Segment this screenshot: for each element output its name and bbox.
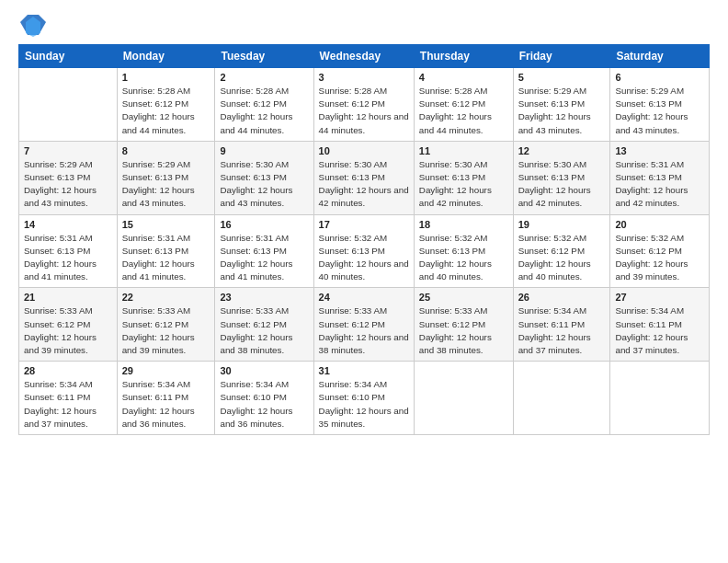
day-info: Sunrise: 5:33 AMSunset: 6:12 PMDaylight:… (419, 304, 508, 357)
day-number: 19 (518, 219, 606, 230)
day-number: 25 (419, 292, 508, 303)
day-number: 21 (24, 292, 112, 303)
day-number: 1 (122, 72, 210, 83)
calendar-cell: 5Sunrise: 5:29 AMSunset: 6:13 PMDaylight… (513, 68, 610, 142)
calendar-cell: 13Sunrise: 5:31 AMSunset: 6:13 PMDayligh… (610, 141, 710, 214)
day-info: Sunrise: 5:28 AMSunset: 6:12 PMDaylight:… (419, 85, 508, 137)
day-number: 15 (122, 219, 210, 230)
day-number: 11 (419, 145, 508, 156)
day-number: 24 (319, 292, 409, 303)
calendar-cell: 19Sunrise: 5:32 AMSunset: 6:12 PMDayligh… (513, 214, 610, 288)
weekday-friday: Friday (513, 45, 610, 68)
day-info: Sunrise: 5:33 AMSunset: 6:12 PMDaylight:… (319, 304, 409, 357)
weekday-tuesday: Tuesday (215, 45, 313, 68)
calendar-cell: 12Sunrise: 5:30 AMSunset: 6:13 PMDayligh… (513, 141, 610, 214)
day-info: Sunrise: 5:28 AMSunset: 6:12 PMDaylight:… (122, 85, 210, 137)
header (18, 17, 710, 39)
day-number: 22 (122, 292, 210, 303)
calendar-cell: 17Sunrise: 5:32 AMSunset: 6:13 PMDayligh… (313, 214, 414, 288)
day-info: Sunrise: 5:31 AMSunset: 6:13 PMDaylight:… (615, 158, 704, 211)
day-info: Sunrise: 5:32 AMSunset: 6:12 PMDaylight:… (518, 232, 606, 284)
day-number: 29 (122, 365, 210, 376)
calendar-cell: 25Sunrise: 5:33 AMSunset: 6:12 PMDayligh… (414, 288, 513, 362)
day-info: Sunrise: 5:29 AMSunset: 6:13 PMDaylight:… (518, 85, 606, 137)
day-number: 5 (518, 72, 606, 83)
calendar-cell: 4Sunrise: 5:28 AMSunset: 6:12 PMDaylight… (414, 68, 513, 142)
weekday-saturday: Saturday (610, 45, 710, 68)
day-info: Sunrise: 5:30 AMSunset: 6:13 PMDaylight:… (220, 158, 308, 211)
day-number: 6 (615, 72, 704, 83)
day-info: Sunrise: 5:31 AMSunset: 6:13 PMDaylight:… (220, 232, 308, 284)
day-number: 17 (319, 219, 409, 230)
day-number: 16 (220, 219, 308, 230)
day-number: 14 (24, 219, 112, 230)
calendar-table: SundayMondayTuesdayWednesdayThursdayFrid… (18, 44, 710, 435)
calendar-cell (414, 362, 513, 435)
day-number: 26 (518, 292, 606, 303)
day-info: Sunrise: 5:33 AMSunset: 6:12 PMDaylight:… (220, 304, 308, 357)
day-number: 30 (220, 365, 308, 376)
day-info: Sunrise: 5:32 AMSunset: 6:13 PMDaylight:… (319, 232, 409, 284)
week-row-3: 14Sunrise: 5:31 AMSunset: 6:13 PMDayligh… (19, 214, 710, 288)
day-info: Sunrise: 5:29 AMSunset: 6:13 PMDaylight:… (24, 158, 112, 211)
calendar-cell: 9Sunrise: 5:30 AMSunset: 6:13 PMDaylight… (215, 141, 313, 214)
day-number: 7 (24, 145, 112, 156)
calendar-cell: 11Sunrise: 5:30 AMSunset: 6:13 PMDayligh… (414, 141, 513, 214)
logo (18, 17, 46, 39)
calendar-cell: 6Sunrise: 5:29 AMSunset: 6:13 PMDaylight… (610, 68, 710, 142)
day-info: Sunrise: 5:29 AMSunset: 6:13 PMDaylight:… (122, 158, 210, 211)
day-info: Sunrise: 5:33 AMSunset: 6:12 PMDaylight:… (24, 304, 112, 357)
day-number: 18 (419, 219, 508, 230)
day-number: 4 (419, 72, 508, 83)
calendar-cell: 14Sunrise: 5:31 AMSunset: 6:13 PMDayligh… (19, 214, 118, 288)
day-number: 13 (615, 145, 704, 156)
day-number: 8 (122, 145, 210, 156)
day-info: Sunrise: 5:34 AMSunset: 6:10 PMDaylight:… (220, 378, 308, 431)
week-row-4: 21Sunrise: 5:33 AMSunset: 6:12 PMDayligh… (19, 288, 710, 362)
day-info: Sunrise: 5:28 AMSunset: 6:12 PMDaylight:… (220, 85, 308, 137)
day-info: Sunrise: 5:34 AMSunset: 6:11 PMDaylight:… (615, 304, 704, 357)
day-info: Sunrise: 5:33 AMSunset: 6:12 PMDaylight:… (122, 304, 210, 357)
week-row-2: 7Sunrise: 5:29 AMSunset: 6:13 PMDaylight… (19, 141, 710, 214)
calendar-cell: 16Sunrise: 5:31 AMSunset: 6:13 PMDayligh… (215, 214, 313, 288)
day-info: Sunrise: 5:34 AMSunset: 6:11 PMDaylight:… (518, 304, 606, 357)
day-info: Sunrise: 5:30 AMSunset: 6:13 PMDaylight:… (319, 158, 409, 211)
day-number: 3 (319, 72, 409, 83)
day-number: 2 (220, 72, 308, 83)
day-info: Sunrise: 5:29 AMSunset: 6:13 PMDaylight:… (615, 85, 704, 137)
day-info: Sunrise: 5:30 AMSunset: 6:13 PMDaylight:… (518, 158, 606, 211)
calendar-cell: 7Sunrise: 5:29 AMSunset: 6:13 PMDaylight… (19, 141, 118, 214)
calendar-cell: 21Sunrise: 5:33 AMSunset: 6:12 PMDayligh… (19, 288, 118, 362)
calendar-cell: 30Sunrise: 5:34 AMSunset: 6:10 PMDayligh… (215, 362, 313, 435)
week-row-1: 1Sunrise: 5:28 AMSunset: 6:12 PMDaylight… (19, 68, 710, 142)
day-number: 23 (220, 292, 308, 303)
day-number: 20 (615, 219, 704, 230)
week-row-5: 28Sunrise: 5:34 AMSunset: 6:11 PMDayligh… (19, 362, 710, 435)
calendar-cell: 23Sunrise: 5:33 AMSunset: 6:12 PMDayligh… (215, 288, 313, 362)
weekday-header-row: SundayMondayTuesdayWednesdayThursdayFrid… (19, 45, 710, 68)
calendar-cell: 22Sunrise: 5:33 AMSunset: 6:12 PMDayligh… (117, 288, 215, 362)
calendar-page: SundayMondayTuesdayWednesdayThursdayFrid… (0, 0, 728, 563)
calendar-cell: 15Sunrise: 5:31 AMSunset: 6:13 PMDayligh… (117, 214, 215, 288)
day-number: 28 (24, 365, 112, 376)
weekday-monday: Monday (117, 45, 215, 68)
weekday-wednesday: Wednesday (313, 45, 414, 68)
calendar-cell: 18Sunrise: 5:32 AMSunset: 6:13 PMDayligh… (414, 214, 513, 288)
day-number: 12 (518, 145, 606, 156)
calendar-cell: 10Sunrise: 5:30 AMSunset: 6:13 PMDayligh… (313, 141, 414, 214)
calendar-cell: 24Sunrise: 5:33 AMSunset: 6:12 PMDayligh… (313, 288, 414, 362)
calendar-cell: 31Sunrise: 5:34 AMSunset: 6:10 PMDayligh… (313, 362, 414, 435)
calendar-cell: 2Sunrise: 5:28 AMSunset: 6:12 PMDaylight… (215, 68, 313, 142)
day-number: 10 (319, 145, 409, 156)
day-info: Sunrise: 5:31 AMSunset: 6:13 PMDaylight:… (122, 232, 210, 284)
weekday-thursday: Thursday (414, 45, 513, 68)
day-number: 27 (615, 292, 704, 303)
day-info: Sunrise: 5:34 AMSunset: 6:11 PMDaylight:… (24, 378, 112, 431)
calendar-cell: 1Sunrise: 5:28 AMSunset: 6:12 PMDaylight… (117, 68, 215, 142)
calendar-cell (19, 68, 118, 142)
weekday-sunday: Sunday (19, 45, 118, 68)
calendar-cell: 29Sunrise: 5:34 AMSunset: 6:11 PMDayligh… (117, 362, 215, 435)
day-info: Sunrise: 5:32 AMSunset: 6:12 PMDaylight:… (615, 232, 704, 284)
calendar-cell (610, 362, 710, 435)
day-number: 31 (319, 365, 409, 376)
